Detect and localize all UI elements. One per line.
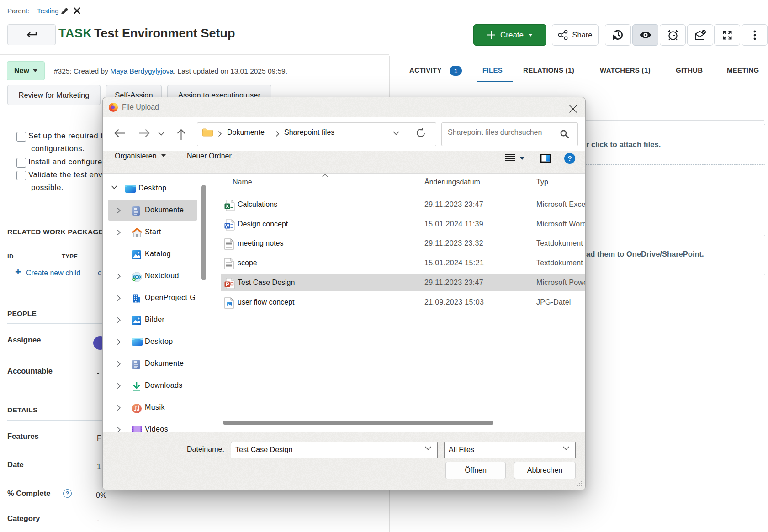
chevron-right-icon[interactable] [117, 338, 121, 346]
resize-grip-icon[interactable] [577, 480, 583, 486]
tab-files[interactable]: FILES [482, 66, 503, 74]
help-icon[interactable]: ? [63, 489, 72, 498]
task-checkbox[interactable] [16, 132, 26, 142]
tree-item-desktop[interactable]: Desktop [103, 332, 200, 353]
tree-scrollbar[interactable] [201, 185, 206, 280]
file-modified-date: 15.01.2024 15:21 [424, 259, 484, 267]
chevron-down-icon[interactable] [111, 185, 118, 190]
breadcrumb-dokumente[interactable]: Dokumente [227, 128, 265, 137]
status-label: New [14, 67, 29, 75]
back-button[interactable] [7, 24, 56, 45]
chevron-right-icon[interactable] [117, 207, 121, 214]
file-row-design-concept[interactable]: Design concept15.01.2024 11:39Microsoft … [213, 216, 585, 235]
horizontal-scrollbar[interactable] [223, 421, 493, 425]
tree-item-katalog[interactable]: Katalog [103, 244, 200, 266]
view-mode-icon[interactable] [505, 154, 515, 162]
share-button[interactable]: Share [552, 24, 599, 46]
chevron-right-icon[interactable] [117, 229, 121, 236]
nav-up-icon[interactable] [176, 128, 186, 141]
percent-complete-value[interactable]: 0% [96, 491, 106, 500]
folder-icon [202, 128, 213, 137]
tree-item-dokumente-selected[interactable]: Dokumente [103, 200, 200, 222]
refresh-icon[interactable] [415, 127, 426, 138]
related-col-type[interactable]: TYPE [62, 253, 78, 260]
tree-item-label: Desktop [145, 337, 173, 346]
reminder-button[interactable] [660, 24, 686, 46]
task-checkbox[interactable] [16, 158, 26, 168]
file-name: scope [238, 259, 257, 267]
remove-parent-icon[interactable] [73, 7, 81, 15]
new-folder-button[interactable]: Neuer Ordner [187, 152, 232, 160]
tree-item-start[interactable]: Start [103, 222, 200, 244]
date-value[interactable]: 1 [97, 463, 101, 471]
create-button[interactable]: Create [473, 24, 546, 46]
work-package-type[interactable]: TASK [58, 26, 92, 41]
task-checkbox[interactable] [16, 171, 26, 180]
file-row-calculations[interactable]: Calculations29.11.2023 23:47Microsoft Ex… [213, 196, 585, 216]
tree-item-videos[interactable]: Videos [103, 419, 200, 432]
view-mode-dropdown-icon[interactable] [520, 157, 524, 160]
chevron-right-icon[interactable] [117, 316, 121, 324]
notifications-button[interactable] [687, 24, 713, 46]
file-row-user-flow-concept[interactable]: user flow concept21.09.2023 15:03JPG-Dat… [213, 294, 585, 313]
chevron-right-icon[interactable] [117, 382, 121, 390]
plus-icon[interactable]: + [15, 267, 21, 277]
filename-value: Test Case Design [235, 446, 292, 454]
create-new-child-link[interactable]: Create new child [26, 269, 80, 277]
filename-input[interactable]: Test Case Design [231, 442, 438, 458]
more-actions-button[interactable] [742, 24, 768, 46]
page-title[interactable]: Test Environment Setup [94, 26, 235, 41]
history-icon [612, 29, 624, 41]
tree-item-bilder[interactable]: Bilder [103, 310, 200, 332]
tab-github[interactable]: GITHUB [676, 66, 703, 74]
open-button[interactable]: Öffnen [445, 462, 506, 479]
address-dropdown-icon[interactable] [392, 131, 400, 135]
status-dropdown[interactable]: New [7, 61, 45, 80]
fullscreen-button[interactable] [714, 24, 740, 46]
mail-check-icon [694, 30, 706, 41]
desktop2-icon [132, 337, 143, 346]
tree-item-nextcloud[interactable]: Nextcloud [103, 266, 200, 288]
activity-history-button[interactable] [605, 24, 631, 46]
related-col-id[interactable]: ID [7, 253, 14, 260]
dialog-help-icon[interactable]: ? [564, 153, 576, 164]
chevron-right-icon[interactable] [117, 295, 121, 302]
chevron-right-icon[interactable] [117, 426, 121, 432]
tree-item-openproject-g[interactable]: OpenProject G [103, 288, 200, 310]
chevron-right-icon[interactable] [117, 360, 121, 368]
category-value[interactable]: - [97, 516, 99, 525]
chevron-right-icon[interactable] [117, 404, 121, 411]
nav-forward-icon[interactable] [138, 128, 151, 138]
file-row-test-case-design[interactable]: Test Case Design29.11.2023 23:47Microsof… [213, 274, 585, 294]
accountable-value[interactable]: - [97, 369, 99, 377]
dialog-close-button[interactable] [566, 104, 580, 114]
tab-watchers-1[interactable]: WATCHERS (1) [600, 66, 651, 74]
edit-parent-icon[interactable] [60, 7, 69, 15]
tree-item-downloads[interactable]: Downloads [103, 375, 200, 397]
preview-pane-icon[interactable] [540, 154, 551, 163]
author-link[interactable]: Maya Berdygylyjova [110, 67, 174, 75]
file-row-scope[interactable]: scope15.01.2024 15:21Textdokument [213, 254, 585, 274]
meta-line: #325: Created by Maya Berdygylyjova. Las… [54, 67, 287, 75]
tab-meeting[interactable]: MEETING [727, 66, 759, 74]
dialog-title: File Upload [122, 103, 159, 111]
filetype-select[interactable]: All Files [444, 442, 576, 458]
tab-relations-1[interactable]: RELATIONS (1) [523, 66, 574, 74]
watch-button[interactable] [632, 24, 658, 46]
features-value[interactable]: F [97, 434, 101, 442]
nav-back-icon[interactable] [113, 128, 127, 138]
cancel-button[interactable]: Abbrechen [514, 462, 576, 479]
accountable-label: Accountable [7, 367, 53, 375]
review-for-marketing-button[interactable]: Review for Marketing [7, 85, 101, 105]
tree-item-desktop[interactable]: Desktop [103, 178, 200, 200]
file-row-meeting-notes[interactable]: meeting notes29.11.2023 23:32Textdokumen… [213, 235, 585, 254]
chevron-right-icon[interactable] [117, 273, 121, 280]
tree-item-dokumente[interactable]: Dokumente [103, 353, 200, 375]
recent-locations-icon[interactable] [158, 132, 165, 136]
chevron-right-icon [218, 131, 222, 137]
organize-menu[interactable]: Organisieren [115, 152, 166, 160]
tree-item-musik[interactable]: Musik [103, 397, 200, 419]
tab-activity[interactable]: ACTIVITY [409, 66, 442, 74]
parent-link[interactable]: Testing [37, 7, 59, 15]
breadcrumb-sharepoint-files[interactable]: Sharepoint files [284, 128, 334, 137]
